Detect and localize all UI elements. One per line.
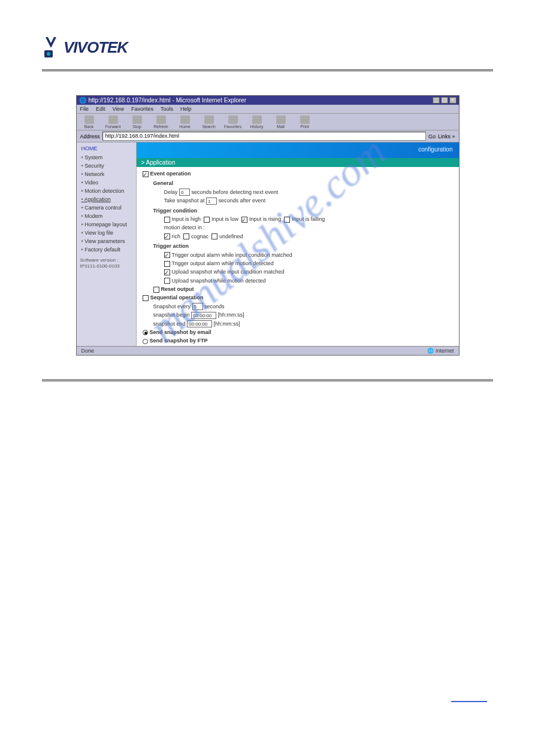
- menu-file[interactable]: File: [80, 106, 89, 112]
- status-left: Done: [81, 348, 95, 354]
- ta-up-motion-label: Upload snapshot while motion detected: [172, 278, 266, 284]
- sidebar-item-camera-control[interactable]: Camera control: [77, 204, 136, 212]
- links-label[interactable]: Links »: [438, 133, 455, 139]
- configuration-label: configuration: [418, 146, 452, 153]
- sidebar-item-factory-default[interactable]: Factory default: [77, 245, 136, 254]
- address-label: Address: [80, 133, 100, 139]
- snap-input[interactable]: 1: [206, 198, 217, 205]
- seq-every-input[interactable]: 5: [192, 303, 203, 310]
- ta-out-input-checkbox[interactable]: [164, 252, 170, 258]
- m-undef-label: undefined: [219, 233, 243, 239]
- seq-every-post: seconds: [204, 303, 225, 309]
- tc-rising-checkbox[interactable]: [241, 217, 247, 223]
- snap-pre: Take snapshot at: [164, 198, 205, 204]
- maximize-button[interactable]: ▢: [441, 97, 448, 104]
- mail-button[interactable]: Mail: [272, 116, 290, 129]
- sidebar-item-motion[interactable]: Motion detection: [77, 187, 136, 195]
- event-operation-label: Event operation: [150, 171, 191, 177]
- sidebar-home[interactable]: HOME: [77, 142, 136, 153]
- m-rich-checkbox[interactable]: [164, 233, 170, 239]
- favorites-button[interactable]: Favorites: [224, 116, 242, 129]
- sidebar-item-video[interactable]: Video: [77, 178, 136, 187]
- stop-button[interactable]: Stop: [128, 116, 146, 129]
- m-cognac-checkbox[interactable]: [183, 233, 189, 239]
- sw-version-label: Software version :: [80, 257, 119, 263]
- sidebar: HOME System Security Network Video Motio…: [77, 142, 137, 346]
- seq-end-fmt: [hh:mm:ss]: [214, 321, 240, 327]
- tc-low-checkbox[interactable]: [204, 217, 210, 223]
- ie-icon: 🌐: [79, 97, 86, 104]
- tc-high-checkbox[interactable]: [164, 217, 170, 223]
- print-button[interactable]: Print: [296, 116, 314, 129]
- address-input[interactable]: http://192.168.0.197/index.html: [102, 132, 426, 141]
- toolbar: Back Forward Stop Refresh Home Search Fa…: [77, 114, 459, 130]
- refresh-button[interactable]: Refresh: [152, 116, 170, 129]
- motion-in-label: motion detect in :: [164, 223, 453, 232]
- sidebar-item-system[interactable]: System: [77, 153, 136, 162]
- home-button[interactable]: Home: [176, 116, 194, 129]
- window-title: http://192.168.0.197/index.html - Micros…: [89, 97, 246, 104]
- menu-favorites[interactable]: Favorites: [131, 106, 153, 112]
- search-button[interactable]: Search: [200, 116, 218, 129]
- history-button[interactable]: History: [248, 116, 266, 129]
- sidebar-item-modem[interactable]: Modem: [77, 212, 136, 220]
- ta-out-motion-checkbox[interactable]: [164, 261, 170, 267]
- banner: configuration: [137, 142, 459, 158]
- ta-up-input-label: Upload snapshot while input condition ma…: [172, 269, 285, 275]
- m-cognac-label: cognac: [191, 233, 208, 239]
- tc-rising-label: Input is rising: [249, 216, 281, 222]
- seq-op-label: Sequential operation: [150, 294, 204, 300]
- send-ftp-label: Send snapshot by FTP: [150, 338, 208, 344]
- seq-begin-pre: snapshot begin: [153, 312, 190, 318]
- sidebar-item-view-params[interactable]: View parameters: [77, 237, 136, 245]
- tc-falling-checkbox[interactable]: [284, 217, 290, 223]
- reset-output-checkbox[interactable]: [153, 287, 159, 293]
- vivotek-icon: [42, 36, 60, 59]
- menu-view[interactable]: View: [113, 106, 124, 112]
- seq-begin-fmt: [hh:mm:ss]: [218, 312, 244, 318]
- seq-every-pre: Snapshot every: [153, 303, 191, 309]
- seq-op-checkbox[interactable]: [143, 295, 149, 301]
- snap-post: seconds after event: [219, 198, 266, 204]
- m-undef-checkbox[interactable]: [211, 233, 217, 239]
- general-label: General: [153, 179, 453, 187]
- back-button[interactable]: Back: [80, 116, 98, 129]
- m-rich-label: rich: [172, 233, 181, 239]
- address-bar: Address http://192.168.0.197/index.html …: [77, 130, 459, 142]
- forward-button[interactable]: Forward: [104, 116, 122, 129]
- event-operation-checkbox[interactable]: [143, 171, 149, 177]
- close-button[interactable]: ×: [449, 97, 457, 104]
- delay-pre: Delay: [164, 189, 178, 195]
- browser-window: 🌐 http://192.168.0.197/index.html - Micr…: [76, 95, 460, 356]
- menu-edit[interactable]: Edit: [96, 106, 105, 112]
- svg-point-1: [47, 52, 50, 56]
- seq-end-input[interactable]: 00:00:00: [187, 320, 212, 327]
- status-right: Internet: [436, 348, 454, 354]
- sidebar-item-application[interactable]: Application: [77, 195, 136, 204]
- sidebar-item-security[interactable]: Security: [77, 162, 136, 170]
- trigger-condition-label: Trigger condition: [153, 207, 453, 215]
- divider-bottom: [42, 379, 493, 381]
- status-bar: Done 🌐 Internet: [77, 346, 459, 355]
- logo: VIVOTEK: [42, 36, 493, 59]
- seq-end-pre: snapshot end: [153, 321, 186, 327]
- tc-low-label: Input is low: [211, 216, 238, 222]
- send-ftp-radio[interactable]: [143, 339, 148, 344]
- menu-tools[interactable]: Tools: [161, 106, 173, 112]
- delay-input[interactable]: 0: [179, 189, 190, 196]
- sw-version-value: IP3111-0100-0103: [80, 263, 120, 269]
- sidebar-item-network[interactable]: Network: [77, 170, 136, 178]
- internet-icon: 🌐: [427, 348, 434, 354]
- menubar: File Edit View Favorites Tools Help: [77, 105, 459, 114]
- go-button[interactable]: Go: [428, 133, 436, 139]
- menu-help[interactable]: Help: [180, 106, 192, 112]
- seq-begin-input[interactable]: 00:00:00: [191, 312, 216, 319]
- ta-up-motion-checkbox[interactable]: [164, 278, 170, 284]
- sidebar-item-homepage-layout[interactable]: Homepage layout: [77, 220, 136, 229]
- sidebar-item-view-log[interactable]: View log file: [77, 229, 136, 237]
- send-email-radio[interactable]: [143, 330, 148, 335]
- section-header: > Application: [137, 158, 459, 167]
- minimize-button[interactable]: _: [433, 97, 440, 104]
- ta-up-input-checkbox[interactable]: [164, 269, 170, 275]
- trigger-action-label: Trigger action: [153, 242, 453, 250]
